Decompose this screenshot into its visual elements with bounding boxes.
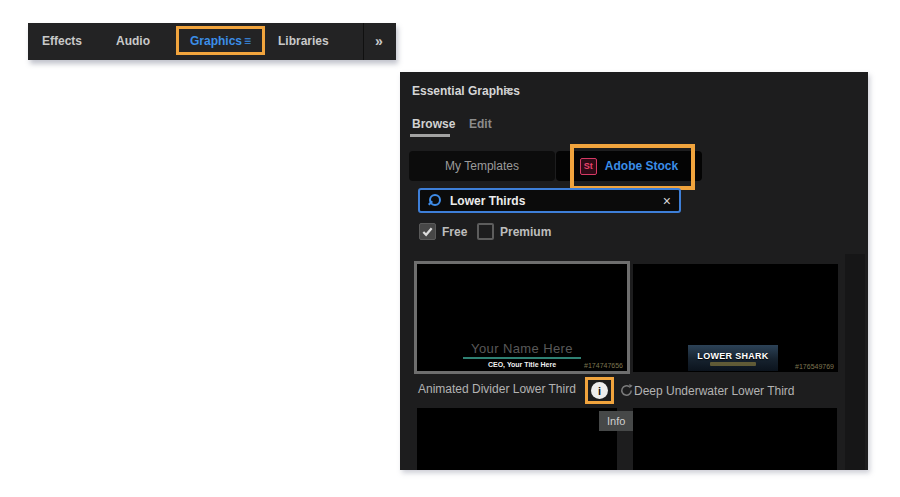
search-input[interactable]: [450, 194, 663, 208]
desktop: Effects Audio Graphics ≡ Libraries » Ess…: [0, 0, 900, 497]
premium-checkbox[interactable]: [477, 223, 494, 240]
highlight-box-graphics-tab: [176, 26, 265, 55]
preview-banner-subtitle: [710, 362, 756, 366]
scrollbar-track[interactable]: [845, 254, 865, 470]
preview-name-text: Your Name Here: [471, 341, 573, 356]
highlight-box-adobe-stock: [570, 144, 695, 190]
preview-banner: LOWER SHARK: [688, 345, 778, 371]
template-thumbnail-animated-divider[interactable]: Your Name Here CEO, Your Title Here #174…: [414, 261, 630, 374]
free-checkbox[interactable]: [419, 223, 436, 240]
template-thumbnail[interactable]: [633, 408, 837, 470]
panel-menu-icon[interactable]: ≡: [505, 83, 513, 98]
tab-effects[interactable]: Effects: [42, 23, 82, 60]
panel-overflow-chevron-icon[interactable]: »: [375, 23, 383, 60]
panel-title: Essential Graphics: [412, 84, 520, 98]
panel-tab-bar: Effects Audio Graphics ≡ Libraries »: [28, 23, 396, 60]
template-thumbnail-deep-underwater[interactable]: LOWER SHARK #176549769: [633, 264, 838, 372]
template-name-label: Animated Divider Lower Third: [418, 382, 576, 396]
essential-graphics-panel: Essential Graphics ≡ Browse Edit My Temp…: [400, 72, 868, 470]
premium-checkbox-label: Premium: [500, 225, 551, 239]
template-name-label: Deep Underwater Lower Third: [634, 384, 795, 398]
preview-banner-title: LOWER SHARK: [697, 351, 768, 361]
stock-id: #176549769: [795, 363, 834, 370]
my-templates-button[interactable]: My Templates: [409, 151, 555, 181]
tabbar-divider: [363, 23, 364, 60]
search-icon: [428, 194, 441, 207]
sync-icon[interactable]: [619, 383, 634, 398]
clear-search-icon[interactable]: ×: [663, 194, 671, 208]
tab-edit[interactable]: Edit: [469, 117, 492, 131]
tab-audio[interactable]: Audio: [116, 23, 150, 60]
highlight-box-info: [585, 377, 614, 404]
free-checkbox-label: Free: [442, 225, 467, 239]
tab-browse[interactable]: Browse: [412, 117, 455, 131]
checkmark-icon: [421, 225, 434, 238]
search-box[interactable]: ×: [418, 188, 681, 213]
preview-title-text: CEO, Your Title Here: [488, 361, 556, 368]
info-tooltip: Info: [599, 411, 633, 431]
tab-libraries[interactable]: Libraries: [278, 23, 329, 60]
browse-tab-underline: [410, 134, 450, 137]
stock-id: #174747656: [584, 362, 623, 369]
preview-divider-line: [463, 357, 581, 359]
template-thumbnail[interactable]: [417, 408, 617, 470]
